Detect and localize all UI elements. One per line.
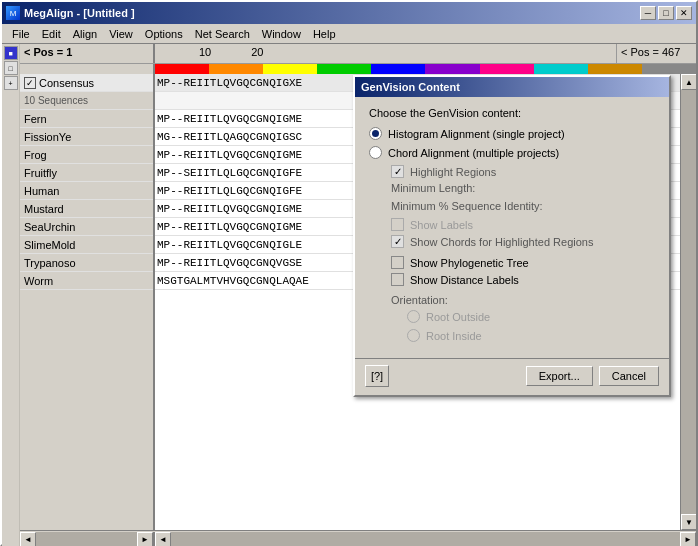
min-identity-label: Minimum % Sequence Identity:	[391, 200, 655, 212]
show-distance-row: Show Distance Labels	[369, 273, 655, 286]
radio-chord-input[interactable]	[369, 146, 382, 159]
radio-root-inside-input[interactable]	[407, 329, 420, 342]
min-length-row: Minimum Length:	[369, 182, 655, 194]
radio-histogram-input[interactable]	[369, 127, 382, 140]
cancel-button[interactable]: Cancel	[599, 366, 659, 386]
show-labels-row: Show Labels	[369, 218, 655, 231]
highlight-regions-row: Highlight Regions	[369, 165, 655, 178]
radio-root-inside[interactable]: Root Inside	[369, 329, 655, 342]
dialog-title-text: GenVision Content	[361, 81, 460, 93]
radio-chord-label: Chord Alignment (multiple projects)	[388, 147, 559, 159]
show-phylogenetic-row: Show Phylogenetic Tree	[369, 256, 655, 269]
radio-root-outside[interactable]: Root Outside	[369, 310, 655, 323]
show-phylogenetic-checkbox[interactable]	[391, 256, 404, 269]
min-length-label: Minimum Length:	[391, 182, 655, 194]
export-button[interactable]: Export...	[526, 366, 593, 386]
show-phylogenetic-label: Show Phylogenetic Tree	[410, 257, 529, 269]
radio-root-inside-label: Root Inside	[426, 330, 482, 342]
highlight-regions-checkbox[interactable]	[391, 165, 404, 178]
dialog-overlay: GenVision Content Choose the GenVision c…	[0, 0, 698, 546]
show-distance-label: Show Distance Labels	[410, 274, 519, 286]
show-labels-checkbox[interactable]	[391, 218, 404, 231]
show-labels-label: Show Labels	[410, 219, 473, 231]
radio-root-outside-input[interactable]	[407, 310, 420, 323]
radio-chord[interactable]: Chord Alignment (multiple projects)	[369, 146, 655, 159]
dialog-buttons-area: [?] Export... Cancel	[355, 358, 669, 395]
radio-root-outside-label: Root Outside	[426, 311, 490, 323]
genvision-dialog: GenVision Content Choose the GenVision c…	[353, 75, 671, 397]
highlight-regions-label: Highlight Regions	[410, 166, 496, 178]
orientation-label: Orientation:	[391, 294, 448, 306]
help-button[interactable]: [?]	[365, 365, 389, 387]
radio-histogram[interactable]: Histogram Alignment (single project)	[369, 127, 655, 140]
show-chords-label: Show Chords for Highlighted Regions	[410, 236, 593, 248]
dialog-title-bar: GenVision Content	[355, 77, 669, 97]
min-identity-row: Minimum % Sequence Identity:	[369, 200, 655, 212]
show-chords-checkbox[interactable]	[391, 235, 404, 248]
show-distance-checkbox[interactable]	[391, 273, 404, 286]
dialog-section-label: Choose the GenVision content:	[369, 107, 655, 119]
show-chords-row: Show Chords for Highlighted Regions	[369, 235, 655, 248]
radio-histogram-label: Histogram Alignment (single project)	[388, 128, 565, 140]
